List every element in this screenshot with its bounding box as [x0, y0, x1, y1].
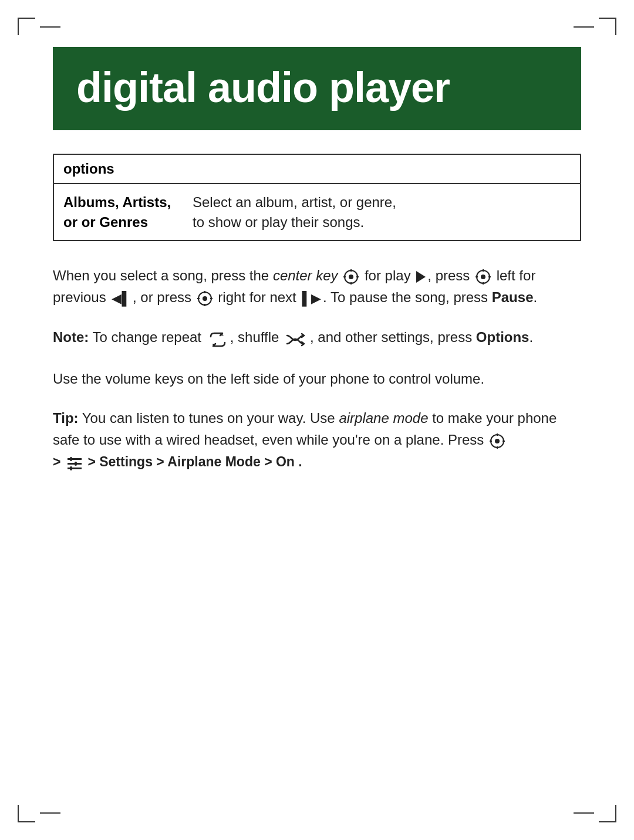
svg-point-19 [495, 439, 500, 443]
menu-path-text: > > Settings > Airplane Mode > On . [53, 451, 581, 473]
svg-rect-26 [68, 468, 82, 469]
nav-left-icon [475, 269, 491, 285]
center-key-icon-2 [489, 433, 505, 449]
corner-mark-bottom-left [18, 799, 41, 822]
options-desc-line1: Select an album, artist, or genre, [193, 194, 396, 210]
paragraph-2-text: Note: To change repeat , shuffle [53, 326, 581, 350]
options-desc-line2: to show or play their songs. [193, 214, 364, 230]
paragraph-4: Tip: You can listen to tunes on your way… [53, 407, 581, 473]
corner-mark-bottom-right [593, 799, 616, 822]
options-header-label: options [63, 161, 114, 177]
nav-right-icon [197, 290, 213, 307]
corner-mark-top-left [18, 18, 41, 41]
center-key-label: center key [273, 267, 338, 283]
paragraph-3-text: Use the volume keys on the left side of … [53, 368, 581, 389]
svg-rect-28 [75, 462, 77, 466]
next-icon: ▌▶ [302, 289, 321, 309]
note-label: Note: [53, 329, 89, 345]
tick-bottom-left [40, 812, 60, 814]
svg-point-13 [203, 296, 207, 301]
paragraph-1-text: When you select a song, press the center… [53, 265, 581, 309]
paragraph-4-text: Tip: You can listen to tunes on your way… [53, 407, 581, 451]
page-title: digital audio player [76, 63, 558, 111]
airplane-mode-italic: airplane mode [339, 410, 428, 426]
options-table-row: Albums, Artists, or or Genres Select an … [54, 184, 580, 240]
content-wrapper: digital audio player options Albums, Art… [53, 47, 581, 473]
options-label-line1: Albums, Artists, [63, 194, 171, 210]
repeat-icon [207, 327, 228, 350]
svg-point-1 [349, 275, 353, 279]
options-table: options Albums, Artists, or or Genres Se… [53, 154, 581, 241]
corner-mark-top-right [593, 18, 616, 41]
shuffle-icon [285, 327, 308, 350]
tip-label: Tip: [53, 410, 79, 426]
settings-label: > Settings > Airplane Mode > On . [87, 454, 302, 469]
menu-path: > > Settings > Airplane Mode > On . [53, 454, 302, 469]
options-row-label: Albums, Artists, or or Genres [63, 192, 193, 232]
svg-point-7 [481, 275, 485, 279]
options-label-line2: or Genres [82, 214, 148, 230]
tick-top-left [40, 26, 60, 28]
options-label-inline: Options [476, 329, 530, 345]
header-banner: digital audio player [53, 47, 581, 130]
play-icon [416, 271, 426, 283]
pause-label: Pause [492, 289, 534, 305]
paragraph-1: When you select a song, press the center… [53, 265, 581, 309]
settings-icon [66, 456, 86, 469]
svg-rect-24 [68, 458, 82, 460]
svg-rect-27 [70, 457, 72, 461]
tick-bottom-right [574, 812, 594, 814]
previous-icon: ◀▌ [112, 289, 131, 309]
svg-rect-29 [70, 466, 72, 470]
center-key-icon [343, 269, 359, 285]
options-row-desc: Select an album, artist, or genre, to sh… [193, 192, 396, 232]
paragraph-2: Note: To change repeat , shuffle [53, 326, 581, 350]
options-table-header: options [54, 155, 580, 184]
paragraph-3: Use the volume keys on the left side of … [53, 368, 581, 389]
tick-top-right [574, 26, 594, 28]
